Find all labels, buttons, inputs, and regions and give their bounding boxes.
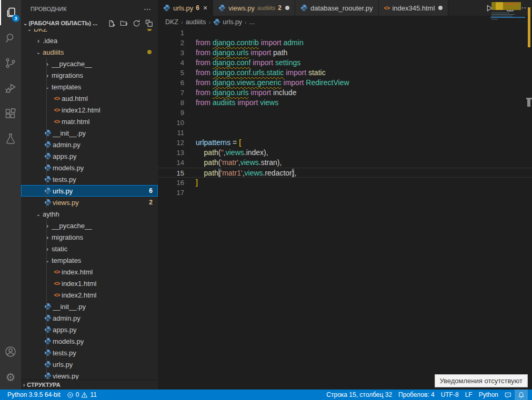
tree-item--init-.py[interactable]: __init__.py	[21, 301, 158, 312]
code-editor[interactable]: 12from django.contrib import admin3from …	[158, 28, 532, 389]
code-text: urlpatterns = [	[184, 138, 241, 148]
python-icon	[43, 152, 53, 160]
bell-icon	[518, 392, 525, 398]
refresh-icon[interactable]	[132, 18, 141, 28]
git-changes-badge: 6	[149, 187, 153, 194]
status-indentation[interactable]: Пробелов: 4	[395, 389, 438, 400]
code-line-12: 12urlpatterns = [	[158, 138, 532, 148]
tree-item-models.py[interactable]: models.py	[21, 162, 158, 173]
workspace-section-header[interactable]: ⌄ (РАБОЧАЯ ОБЛАСТЬ) ...	[21, 17, 158, 29]
status-python-interpreter[interactable]: Python 3.9.5 64-bit	[4, 389, 64, 400]
close-icon[interactable]: ×	[203, 4, 207, 12]
activity-item-run-debug[interactable]	[0, 76, 21, 101]
tree-item-index2.html[interactable]: <>index2.html	[21, 289, 158, 301]
tree-item-aythh[interactable]: ⌄aythh	[21, 208, 158, 220]
tree-item-static[interactable]: ›static	[21, 243, 158, 254]
tree-item-tests.py[interactable]: tests.py	[21, 347, 158, 358]
editor-scrollbar[interactable]	[526, 0, 532, 389]
tree-item-urls.py[interactable]: urls.py6	[21, 185, 158, 197]
code-text	[184, 108, 196, 118]
breadcrumb-item-dkz[interactable]: DKZ	[165, 18, 178, 26]
status-feedback[interactable]	[501, 389, 515, 400]
tree-item-apps.py[interactable]: apps.py	[21, 150, 158, 162]
minimap-current-line	[490, 17, 525, 18]
minimap[interactable]	[490, 1, 525, 69]
tree-item-label: audiiits	[43, 48, 64, 56]
status-cursor-position[interactable]: Строка 15, столбец 32	[323, 389, 395, 400]
python-icon	[43, 337, 53, 345]
code-line-4: 4from django.conf import settings	[158, 58, 532, 68]
tree-item-urls.py[interactable]: urls.py	[21, 358, 158, 370]
tree-item-migrations[interactable]: ›migrations	[21, 69, 158, 81]
tree-item-aud.html[interactable]: <>aud.html	[21, 93, 158, 104]
activity-item-explorer[interactable]: 3	[0, 0, 21, 25]
tree-item-.idea[interactable]: ›.idea	[21, 35, 158, 46]
tree-item-admin.py[interactable]: admin.py	[21, 312, 158, 324]
tree-item-apps.py[interactable]: apps.py	[21, 324, 158, 335]
code-text: path('matr',views.stran),	[184, 158, 282, 168]
debug-icon	[4, 82, 17, 95]
tab-index345.html[interactable]: <>index345.html	[379, 0, 449, 16]
tree-item-templates[interactable]: ⌄templates	[21, 254, 158, 266]
tree-item-index12.html[interactable]: <>index12.html	[21, 104, 158, 116]
activity-item-testing[interactable]	[0, 126, 21, 151]
tab-description: audiiits	[257, 5, 275, 11]
status-problems[interactable]: 011	[64, 389, 100, 400]
tree-item--pycache-[interactable]: ›__pycache__	[21, 58, 158, 69]
tree-item-dkz[interactable]: ⌄DKZ	[21, 29, 158, 35]
breadcrumb-item-audiiits[interactable]: audiiits	[186, 18, 206, 26]
status-right: Строка 15, столбец 32Пробелов: 4UTF-8LFP…	[323, 389, 528, 400]
tree-item-label: admin.py	[53, 141, 81, 149]
line-number: 8	[158, 98, 184, 108]
code-line-5: 5from django.conf.urls.static import sta…	[158, 68, 532, 78]
line-number: 14	[158, 158, 184, 168]
tree-item-views.py[interactable]: views.py	[21, 370, 158, 380]
tree-item-models.py[interactable]: models.py	[21, 335, 158, 347]
extensions-icon	[4, 107, 17, 120]
breadcrumb-item-...[interactable]: ...	[249, 18, 255, 26]
tree-item-label: tests.py	[53, 176, 76, 183]
tree-item-admin.py[interactable]: admin.py	[21, 139, 158, 150]
tab-urls.py[interactable]: urls.py6×	[158, 0, 213, 16]
tree-item-audiiits[interactable]: ⌄audiiits	[21, 46, 158, 58]
status-language-mode[interactable]: Python	[476, 389, 501, 400]
new-file-icon[interactable]	[106, 18, 116, 28]
html-icon: <>	[52, 292, 62, 298]
tree-item-label: models.py	[53, 337, 84, 345]
tree-item-templates[interactable]: ⌄templates	[21, 81, 158, 93]
html-icon: <>	[52, 269, 62, 275]
tab-database-roouter.py[interactable]: database_roouter.py	[295, 0, 379, 16]
code-line-15: 15 path('matr1',views.redactor),	[158, 168, 532, 178]
breadcrumb-separator-icon: ›	[245, 19, 247, 25]
activity-item-extensions[interactable]	[0, 101, 21, 126]
outline-section-header[interactable]: › СТРУКТУРА	[21, 380, 158, 389]
explorer-more-actions-icon[interactable]: ⋯	[144, 5, 152, 13]
activity-item-settings[interactable]: ⚙	[0, 364, 21, 389]
tree-item-index.html[interactable]: <>index.html	[21, 266, 158, 278]
status-encoding[interactable]: UTF-8	[438, 389, 462, 400]
line-number: 17	[158, 188, 184, 198]
python-icon	[43, 199, 53, 206]
breadcrumb: DKZ›audiiits›urls.py›...	[158, 16, 532, 28]
status-eol[interactable]: LF	[462, 389, 476, 400]
new-folder-icon[interactable]	[119, 18, 128, 28]
breadcrumb-label: audiiits	[186, 18, 206, 26]
tree-item-matr.html[interactable]: <>matr.html	[21, 116, 158, 127]
breadcrumb-item-urls.py[interactable]: urls.py	[213, 18, 242, 26]
tree-item-migrations[interactable]: ›migrations	[21, 231, 158, 243]
html-icon: <>	[52, 95, 62, 101]
tree-item-views.py[interactable]: views.py2	[21, 197, 158, 208]
activity-item-account[interactable]	[0, 339, 21, 364]
collapse-all-icon[interactable]	[144, 18, 154, 28]
activity-item-source-control[interactable]	[0, 50, 21, 76]
code-text: from django.contrib import admin	[184, 38, 304, 48]
tree-item--init-.py[interactable]: __init__.py	[21, 127, 158, 139]
feedback-icon	[505, 392, 511, 398]
activity-item-search[interactable]	[0, 25, 21, 50]
tab-views.py[interactable]: views.pyaudiiits2	[213, 0, 295, 16]
tree-item-index1.html[interactable]: <>index1.html	[21, 278, 158, 289]
tree-item-tests.py[interactable]: tests.py	[21, 173, 158, 185]
search-icon	[4, 32, 17, 44]
status-notifications[interactable]	[515, 389, 528, 400]
tree-item--pycache-[interactable]: ›__pycache__	[21, 220, 158, 231]
